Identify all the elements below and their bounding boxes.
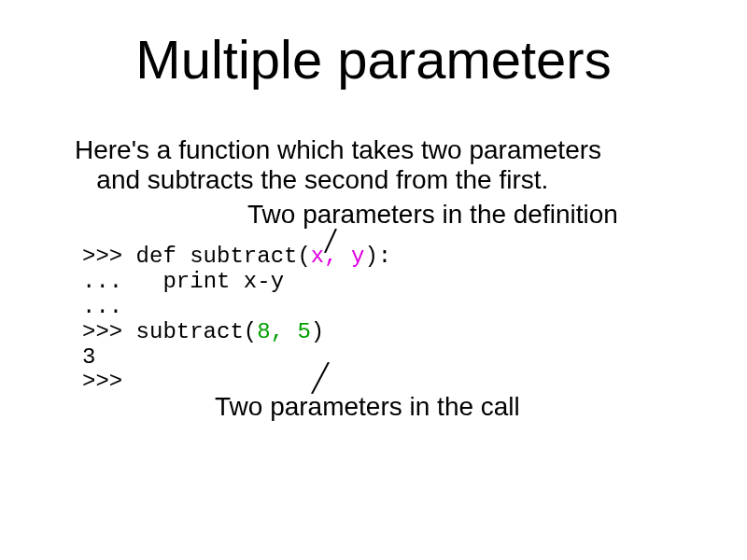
code-call-end: ): [311, 319, 324, 344]
code-def-params: x, y: [311, 244, 365, 269]
code-output: 3: [82, 344, 95, 370]
intro-text: Here's a function which takes two parame…: [75, 135, 672, 195]
slide-title: Multiple parameters: [0, 28, 747, 91]
code-body: print x-y: [162, 269, 284, 294]
intro-line-1: Here's a function which takes two parame…: [75, 135, 601, 164]
call-annotation: Two parameters in the call: [215, 392, 520, 422]
code-prompt: >>>: [82, 319, 136, 344]
code-def-keyword: def subtract(: [136, 244, 311, 269]
code-prompt: >>>: [82, 244, 136, 269]
code-prompt: >>>: [82, 369, 136, 394]
code-call-args: 8, 5: [257, 319, 311, 344]
code-continuation: ...: [82, 294, 136, 319]
definition-annotation: Two parameters in the definition: [247, 200, 618, 230]
code-call-name: subtract(: [136, 319, 258, 344]
intro-line-2: and subtracts the second from the first.: [96, 165, 548, 194]
code-def-end: ):: [364, 244, 391, 269]
code-continuation: ...: [82, 269, 162, 294]
code-block: >>> def subtract(x, y): ... print x-y ..…: [82, 245, 391, 395]
